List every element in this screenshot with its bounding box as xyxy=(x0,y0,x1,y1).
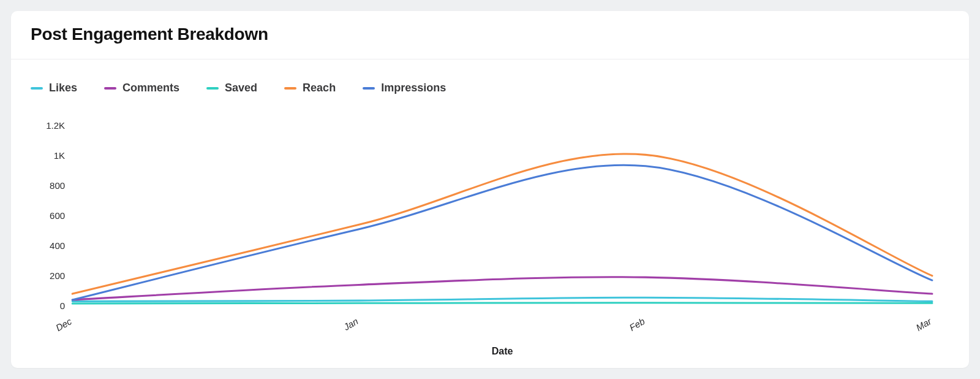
y-tick-label: 400 xyxy=(50,240,65,251)
y-tick-label: 1.2K xyxy=(46,120,65,131)
engagement-card: Post Engagement Breakdown LikesCommentsS… xyxy=(11,11,969,368)
y-tick-label: 800 xyxy=(50,180,65,191)
legend-label: Impressions xyxy=(381,82,446,94)
legend-label: Comments xyxy=(123,82,179,94)
y-tick-label: 200 xyxy=(50,270,65,281)
series-line-likes xyxy=(72,297,932,301)
legend-swatch-icon xyxy=(104,87,116,90)
chart-legend: LikesCommentsSavedReachImpressions xyxy=(11,59,969,94)
series-line-reach xyxy=(72,154,932,294)
x-tick-label: Dec xyxy=(54,316,74,334)
legend-item-reach[interactable]: Reach xyxy=(284,82,336,94)
legend-label: Reach xyxy=(303,82,336,94)
x-axis-label: Date xyxy=(492,345,513,356)
series-line-comments xyxy=(72,277,932,300)
y-tick-label: 600 xyxy=(50,210,65,221)
series-line-saved xyxy=(72,303,932,304)
card-title: Post Engagement Breakdown xyxy=(31,25,949,44)
x-tick-label: Mar xyxy=(914,315,934,332)
card-header: Post Engagement Breakdown xyxy=(11,11,969,59)
legend-item-likes[interactable]: Likes xyxy=(31,82,77,94)
engagement-line-chart: 02004006008001K1.2KDecJanFebMarDate xyxy=(29,101,951,362)
legend-label: Saved xyxy=(225,82,257,94)
y-tick-label: 0 xyxy=(60,301,65,311)
legend-item-comments[interactable]: Comments xyxy=(104,82,179,94)
y-tick-label: 1K xyxy=(54,150,65,161)
x-tick-label: Feb xyxy=(628,316,647,333)
legend-swatch-icon xyxy=(206,87,219,90)
x-tick-label: Jan xyxy=(341,316,360,333)
legend-swatch-icon xyxy=(363,87,375,90)
legend-swatch-icon xyxy=(284,87,296,90)
legend-item-impressions[interactable]: Impressions xyxy=(363,82,446,94)
legend-swatch-icon xyxy=(31,87,43,90)
legend-label: Likes xyxy=(49,82,77,94)
legend-item-saved[interactable]: Saved xyxy=(206,82,257,94)
chart-area: 02004006008001K1.2KDecJanFebMarDate xyxy=(11,94,969,368)
